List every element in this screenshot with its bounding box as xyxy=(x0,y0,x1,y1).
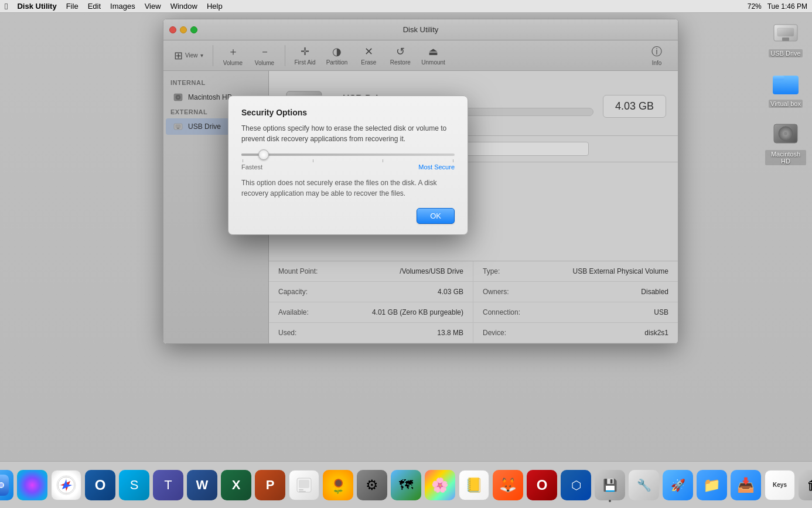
tick-1 xyxy=(243,159,243,162)
siri-icon xyxy=(17,470,47,500)
menu-edit[interactable]: Edit xyxy=(88,2,101,11)
tick-4 xyxy=(453,159,453,162)
docs-folder-icon: 📁 xyxy=(697,470,727,500)
dock-item-skype[interactable]: S xyxy=(119,470,149,500)
mac-hd-label: Macintosh HD xyxy=(765,150,806,165)
menu-help[interactable]: Help xyxy=(207,2,223,11)
security-slider-container: Fastest Most Secure xyxy=(241,154,455,171)
menu-file[interactable]: File xyxy=(66,2,79,11)
modal-footer: OK xyxy=(241,208,455,224)
dock-item-firefox[interactable]: 🦊 xyxy=(493,470,523,500)
slider-fastest-label: Fastest xyxy=(241,163,262,171)
dock-item-excel[interactable]: X xyxy=(221,470,251,500)
battery-status: 72% xyxy=(748,2,762,11)
settings-icon: ⚙ xyxy=(357,470,387,500)
svg-rect-31 xyxy=(299,480,309,488)
tick-2 xyxy=(313,159,313,162)
menu-images[interactable]: Images xyxy=(110,2,135,11)
slider-secure-label: Most Secure xyxy=(418,163,455,171)
slider-labels: Fastest Most Secure xyxy=(241,163,455,171)
desktop-icon-mac-hd[interactable]: Macintosh HD xyxy=(765,120,806,165)
dock-item-maps[interactable]: 🗺 xyxy=(391,470,421,500)
dock-item-trash[interactable]: 🗑 xyxy=(799,470,812,500)
dock-item-downloads[interactable]: 📥 xyxy=(731,470,761,500)
menu-view[interactable]: View xyxy=(145,2,161,11)
mac-hd-icon xyxy=(772,120,800,148)
excel-icon: X xyxy=(221,470,251,500)
app-name[interactable]: Disk Utility xyxy=(17,2,56,11)
keywords-icon: Keys xyxy=(765,470,795,500)
dock-item-opera[interactable]: O xyxy=(527,470,557,500)
svg-rect-1 xyxy=(777,28,794,36)
dock-item-preview[interactable] xyxy=(289,470,319,500)
svg-rect-32 xyxy=(299,489,303,490)
dock-item-outlook[interactable]: O xyxy=(85,470,115,500)
sunflower-icon: 🌻 xyxy=(323,470,353,500)
slider-ticks xyxy=(241,159,455,162)
diskaid-icon: 🔧 xyxy=(629,470,659,500)
usb-drive-icon xyxy=(772,19,800,47)
svg-point-7 xyxy=(784,132,787,135)
dock-item-sunflower[interactable]: 🌻 xyxy=(323,470,353,500)
apple-menu[interactable]:  xyxy=(5,1,8,11)
dock-item-finder[interactable] xyxy=(0,470,13,500)
modal-title: Security Options xyxy=(241,108,455,117)
dock-item-diskaid[interactable]: 🔧 xyxy=(629,470,659,500)
menu-window[interactable]: Window xyxy=(170,2,197,11)
safari-icon xyxy=(51,470,81,500)
security-options-modal: Security Options These options specify h… xyxy=(228,96,468,235)
launchpad-icon: 🚀 xyxy=(663,470,693,500)
dock-item-powerpoint[interactable]: P xyxy=(255,470,285,500)
modal-overlay: Security Options These options specify h… xyxy=(163,19,678,343)
dock-item-launchpad[interactable]: 🚀 xyxy=(663,470,693,500)
trash-icon: 🗑 xyxy=(799,470,812,500)
svg-rect-33 xyxy=(299,491,306,492)
dock: O S T W X P 🌻 ⚙ � xyxy=(0,461,812,508)
desktop-icon-virtualbox[interactable]: Virtual box xyxy=(765,69,806,108)
menubar:  Disk Utility File Edit Images View Win… xyxy=(0,0,812,13)
firefox-icon: 🦊 xyxy=(493,470,523,500)
dock-item-docs[interactable]: 📁 xyxy=(697,470,727,500)
tick-3 xyxy=(383,159,383,162)
dock-item-diskutil[interactable]: 💾 xyxy=(595,470,625,500)
powerpoint-icon: P xyxy=(255,470,285,500)
disk-utility-window: Disk Utility ⊞ View ▾ ＋ Volume － Volume … xyxy=(163,19,678,344)
svg-rect-23 xyxy=(0,483,3,487)
dock-item-siri[interactable] xyxy=(17,470,47,500)
svg-rect-2 xyxy=(782,37,789,41)
dock-item-settings[interactable]: ⚙ xyxy=(357,470,387,500)
desktop-icons: USB Drive xyxy=(765,19,806,165)
dock-item-safari[interactable] xyxy=(51,470,81,500)
dock-item-teams[interactable]: T xyxy=(153,470,183,500)
preview-icon xyxy=(289,470,319,500)
svg-rect-4 xyxy=(773,76,784,80)
maps-icon: 🗺 xyxy=(391,470,421,500)
finder-icon xyxy=(0,470,13,500)
virtualbox-icon: ⬡ xyxy=(561,470,591,500)
menubar-left:  Disk Utility File Edit Images View Win… xyxy=(5,1,223,11)
menubar-right: 72% Tue 1:46 PM xyxy=(748,2,807,11)
diskutil-icon: 💾 xyxy=(595,470,625,500)
opera-icon: O xyxy=(527,470,557,500)
modal-ok-button[interactable]: OK xyxy=(417,208,455,224)
clock: Tue 1:46 PM xyxy=(767,2,807,11)
security-slider-thumb[interactable] xyxy=(258,149,269,160)
dock-item-contacts[interactable]: 📒 xyxy=(459,470,489,500)
dock-item-word[interactable]: W xyxy=(187,470,217,500)
virtualbox-folder-icon xyxy=(772,69,800,97)
dock-item-photos[interactable]: 🌸 xyxy=(425,470,455,500)
photos-icon: 🌸 xyxy=(425,470,455,500)
modal-note: This option does not securely erase the … xyxy=(241,178,455,199)
downloads-icon: 📥 xyxy=(731,470,761,500)
desktop-icon-usb[interactable]: USB Drive xyxy=(765,19,806,57)
teams-icon: T xyxy=(153,470,183,500)
virtualbox-label: Virtual box xyxy=(769,100,803,108)
dock-item-virtualbox[interactable]: ⬡ xyxy=(561,470,591,500)
diskutil-active-dot xyxy=(609,500,611,502)
usb-drive-label: USB Drive xyxy=(769,49,802,57)
word-icon: W xyxy=(187,470,217,500)
outlook-icon: O xyxy=(85,470,115,500)
dock-item-keywords[interactable]: Keys xyxy=(765,470,795,500)
contacts-icon: 📒 xyxy=(459,470,489,500)
modal-description: These options specify how to erase the s… xyxy=(241,123,455,144)
